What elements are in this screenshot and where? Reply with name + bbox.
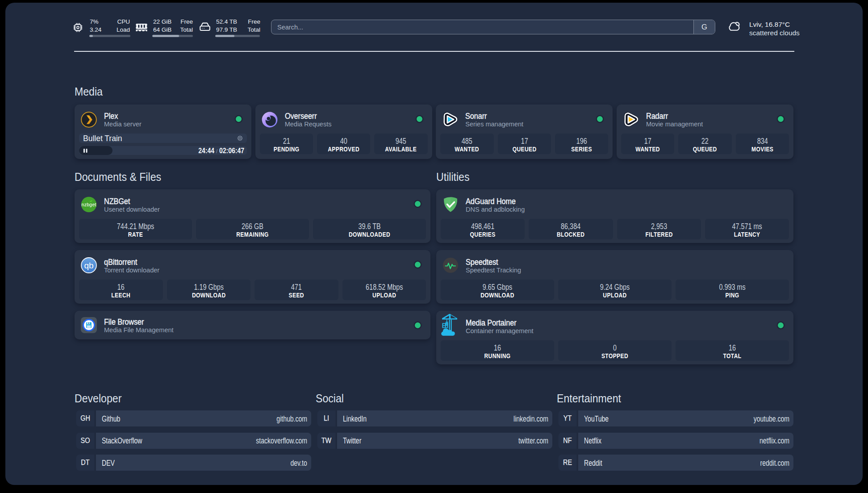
svg-text:nzbget: nzbget <box>82 202 96 207</box>
svg-text:qb: qb <box>84 261 93 270</box>
